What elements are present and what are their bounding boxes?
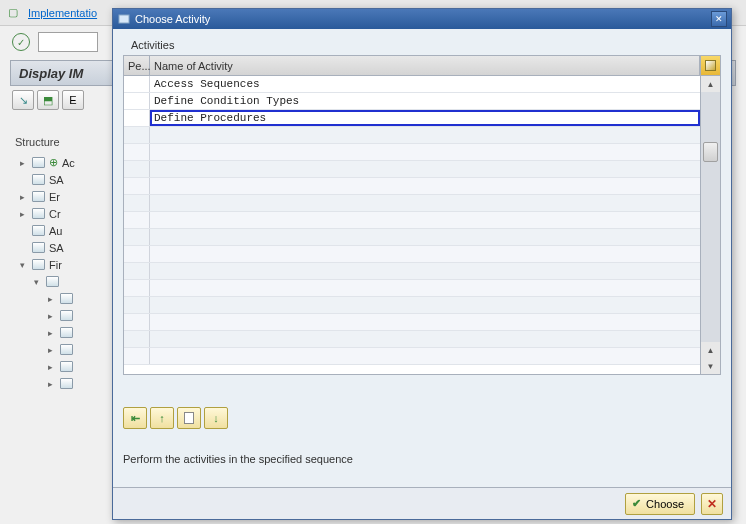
- command-input[interactable]: [38, 32, 98, 52]
- cell-name[interactable]: [150, 263, 700, 279]
- collapse-icon[interactable]: ▾: [20, 260, 27, 270]
- table-header: Pe... Name of Activity: [124, 56, 700, 76]
- cell-pe: [124, 297, 150, 313]
- tree-item[interactable]: ▸Er: [20, 188, 110, 205]
- table-row[interactable]: [124, 161, 700, 178]
- scrollbar-thumb[interactable]: [703, 142, 718, 162]
- table-row[interactable]: [124, 297, 700, 314]
- cell-name[interactable]: [150, 127, 700, 143]
- cell-name[interactable]: [150, 229, 700, 245]
- cell-name[interactable]: [150, 280, 700, 296]
- scroll-down-icon[interactable]: ▲: [701, 342, 720, 358]
- column-header-pe[interactable]: Pe...: [124, 56, 150, 75]
- cell-pe: [124, 195, 150, 211]
- cell-pe: [124, 263, 150, 279]
- implementation-link[interactable]: Implementatio: [28, 7, 97, 19]
- cell-pe: [124, 76, 150, 92]
- instruction-text: Perform the activities in the specified …: [123, 453, 721, 465]
- expand-icon[interactable]: ▸: [20, 209, 27, 219]
- tree-item[interactable]: ▸Cr: [20, 205, 110, 222]
- toolbar-btn-2[interactable]: ⬒: [37, 90, 59, 110]
- toolbar-btn-3[interactable]: E: [62, 90, 84, 110]
- cell-name[interactable]: [150, 348, 700, 364]
- cell-name[interactable]: [150, 314, 700, 330]
- table-row[interactable]: Define Condition Types: [124, 93, 700, 110]
- dialog-titlebar[interactable]: Choose Activity ✕: [113, 9, 731, 29]
- cell-name[interactable]: [150, 161, 700, 177]
- cell-name[interactable]: [150, 195, 700, 211]
- tree-item[interactable]: SA: [20, 239, 110, 256]
- expand-icon[interactable]: ▸: [20, 158, 27, 168]
- structure-tree[interactable]: ▸⊕AcSA▸Er▸CrAuSA▾Fir▾▸▸▸▸▸▸: [20, 154, 110, 392]
- tree-item[interactable]: SA: [20, 171, 110, 188]
- cell-name[interactable]: [150, 178, 700, 194]
- node-icon: [59, 360, 73, 374]
- cancel-button[interactable]: ✕: [701, 493, 723, 515]
- table-row[interactable]: [124, 348, 700, 365]
- prev-page-button[interactable]: ↑: [150, 407, 174, 429]
- collapse-icon[interactable]: ▾: [34, 277, 41, 287]
- expand-icon[interactable]: ▸: [48, 311, 55, 321]
- node-icon: [31, 224, 45, 238]
- column-header-name[interactable]: Name of Activity: [150, 56, 700, 75]
- tree-item[interactable]: ▸: [20, 358, 110, 375]
- table-row[interactable]: [124, 280, 700, 297]
- cell-name[interactable]: Define Condition Types: [150, 93, 700, 109]
- tree-item[interactable]: ▸: [20, 375, 110, 392]
- table-row[interactable]: [124, 263, 700, 280]
- table-row[interactable]: [124, 229, 700, 246]
- table-row[interactable]: Access Sequences: [124, 76, 700, 93]
- scroll-up-icon[interactable]: ▲: [701, 76, 720, 92]
- tree-item[interactable]: Au: [20, 222, 110, 239]
- table-row[interactable]: Define Procedures: [124, 110, 700, 127]
- expand-icon[interactable]: ▸: [20, 192, 27, 202]
- choose-button[interactable]: ✔ Choose: [625, 493, 695, 515]
- cell-pe: [124, 246, 150, 262]
- tree-item[interactable]: ▸: [20, 324, 110, 341]
- table-row[interactable]: [124, 144, 700, 161]
- cell-name[interactable]: [150, 212, 700, 228]
- tree-item[interactable]: ▾: [20, 273, 110, 290]
- tree-item[interactable]: ▾Fir: [20, 256, 110, 273]
- node-icon: [59, 343, 73, 357]
- first-page-button[interactable]: ⇤: [123, 407, 147, 429]
- scrollbar-track[interactable]: [701, 92, 720, 342]
- toolbar-btn-1[interactable]: ↘: [12, 90, 34, 110]
- table-row[interactable]: [124, 212, 700, 229]
- activities-table: Pe... Name of Activity Access SequencesD…: [123, 55, 721, 375]
- table-row[interactable]: [124, 195, 700, 212]
- ok-icon[interactable]: ✓: [12, 33, 30, 51]
- new-doc-button[interactable]: [177, 407, 201, 429]
- table-row[interactable]: [124, 246, 700, 263]
- expand-icon[interactable]: ▸: [48, 294, 55, 304]
- cell-name[interactable]: [150, 297, 700, 313]
- tree-item[interactable]: ▸⊕Ac: [20, 154, 110, 171]
- cell-pe: [124, 93, 150, 109]
- dialog-icon: [117, 12, 131, 26]
- expand-icon[interactable]: ▸: [48, 362, 55, 372]
- scroll-down2-icon[interactable]: ▼: [701, 358, 720, 374]
- tree-item-label: Au: [49, 225, 62, 237]
- tree-item[interactable]: ▸: [20, 341, 110, 358]
- svg-rect-0: [119, 15, 129, 23]
- tree-item[interactable]: ▸: [20, 307, 110, 324]
- cell-name[interactable]: [150, 246, 700, 262]
- cell-name[interactable]: [150, 144, 700, 160]
- table-row[interactable]: [124, 314, 700, 331]
- cell-name[interactable]: [150, 331, 700, 347]
- configure-columns-icon[interactable]: [701, 56, 720, 76]
- expand-icon[interactable]: ▸: [48, 379, 55, 389]
- cell-name[interactable]: Define Procedures: [150, 110, 700, 126]
- tree-item[interactable]: ▸: [20, 290, 110, 307]
- node-icon: [31, 258, 45, 272]
- cell-name[interactable]: Access Sequences: [150, 76, 700, 92]
- node-icon: [59, 292, 73, 306]
- next-page-button[interactable]: ↓: [204, 407, 228, 429]
- execute-icon[interactable]: ⊕: [49, 156, 58, 169]
- table-row[interactable]: [124, 178, 700, 195]
- table-row[interactable]: [124, 331, 700, 348]
- close-icon[interactable]: ✕: [711, 11, 727, 27]
- expand-icon[interactable]: ▸: [48, 328, 55, 338]
- expand-icon[interactable]: ▸: [48, 345, 55, 355]
- table-row[interactable]: [124, 127, 700, 144]
